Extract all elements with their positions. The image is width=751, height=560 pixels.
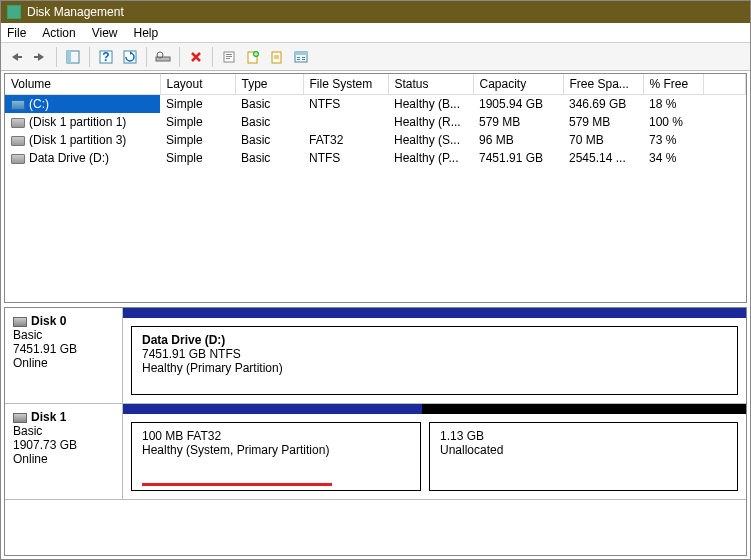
- partition-info: 1.13 GB: [440, 429, 727, 443]
- menu-help[interactable]: Help: [134, 26, 159, 40]
- disk-icon: [13, 317, 27, 327]
- disk-name: Disk 0: [31, 314, 66, 328]
- cell-type: Basic: [235, 95, 303, 114]
- cell-pct: 34 %: [643, 149, 703, 167]
- menu-file[interactable]: File: [7, 26, 26, 40]
- disk-size: 7451.91 GB: [13, 342, 114, 356]
- table-row[interactable]: (Disk 1 partition 1)SimpleBasicHealthy (…: [5, 113, 746, 131]
- svg-rect-12: [226, 58, 230, 59]
- column-headers[interactable]: Volume Layout Type File System Status Ca…: [5, 74, 746, 95]
- partition-box[interactable]: 1.13 GBUnallocated: [429, 422, 738, 491]
- cell-type: Basic: [235, 113, 303, 131]
- volume-list[interactable]: Volume Layout Type File System Status Ca…: [4, 73, 747, 303]
- volume-name: (C:): [29, 97, 49, 111]
- disk-row: Disk 1Basic1907.73 GBOnline100 MB FAT32H…: [5, 404, 746, 500]
- main-content: Volume Layout Type File System Status Ca…: [1, 71, 750, 559]
- window-title: Disk Management: [27, 5, 124, 19]
- table-row[interactable]: (C:)SimpleBasicNTFSHealthy (B...1905.94 …: [5, 95, 746, 114]
- cell-fs: NTFS: [303, 149, 388, 167]
- separator: [56, 47, 57, 67]
- toolbar: ?: [1, 43, 750, 71]
- svg-rect-0: [18, 56, 22, 58]
- menu-action[interactable]: Action: [42, 26, 75, 40]
- cell-capacity: 579 MB: [473, 113, 563, 131]
- col-free[interactable]: Free Spa...: [563, 74, 643, 95]
- cell-pct: 73 %: [643, 131, 703, 149]
- cell-free: 2545.14 ...: [563, 149, 643, 167]
- disk-size: 1907.73 GB: [13, 438, 114, 452]
- properties-button[interactable]: [218, 46, 240, 68]
- volume-icon: [11, 118, 25, 128]
- col-volume[interactable]: Volume: [5, 74, 160, 95]
- cell-status: Healthy (P...: [388, 149, 473, 167]
- forward-button[interactable]: [29, 46, 51, 68]
- volume-icon: [11, 136, 25, 146]
- delete-button[interactable]: [185, 46, 207, 68]
- separator: [89, 47, 90, 67]
- col-status[interactable]: Status: [388, 74, 473, 95]
- svg-rect-11: [226, 56, 232, 57]
- menu-view[interactable]: View: [92, 26, 118, 40]
- table-row[interactable]: (Disk 1 partition 3)SimpleBasicFAT32Heal…: [5, 131, 746, 149]
- rescan-button[interactable]: [152, 46, 174, 68]
- partition-box[interactable]: 100 MB FAT32Healthy (System, Primary Par…: [131, 422, 421, 491]
- disk-type: Basic: [13, 424, 114, 438]
- cell-type: Basic: [235, 131, 303, 149]
- svg-rect-18: [297, 57, 300, 58]
- volume-icon: [11, 100, 25, 110]
- menubar: File Action View Help: [1, 23, 750, 43]
- col-spacer: [703, 74, 746, 95]
- separator: [179, 47, 180, 67]
- table-row[interactable]: Data Drive (D:)SimpleBasicNTFSHealthy (P…: [5, 149, 746, 167]
- col-filesystem[interactable]: File System: [303, 74, 388, 95]
- disk-bar: [123, 404, 746, 414]
- svg-rect-10: [226, 54, 232, 55]
- disk-state: Online: [13, 356, 114, 370]
- svg-text:?: ?: [102, 50, 109, 64]
- cell-pct: 18 %: [643, 95, 703, 114]
- col-pctfree[interactable]: % Free: [643, 74, 703, 95]
- back-button[interactable]: [5, 46, 27, 68]
- disk-row: Disk 0Basic7451.91 GBOnlineData Drive (D…: [5, 308, 746, 404]
- partition-name: Data Drive (D:): [142, 333, 727, 347]
- view-button[interactable]: [290, 46, 312, 68]
- disk-graphical-view[interactable]: Disk 0Basic7451.91 GBOnlineData Drive (D…: [4, 307, 747, 556]
- settings-button[interactable]: [266, 46, 288, 68]
- cell-fs: FAT32: [303, 131, 388, 149]
- cell-capacity: 1905.94 GB: [473, 95, 563, 114]
- show-hide-tree-button[interactable]: [62, 46, 84, 68]
- cell-fs: [303, 113, 388, 131]
- cell-layout: Simple: [160, 95, 235, 114]
- cell-status: Healthy (R...: [388, 113, 473, 131]
- col-capacity[interactable]: Capacity: [473, 74, 563, 95]
- partition-status: Healthy (Primary Partition): [142, 361, 727, 375]
- partition-info: 7451.91 GB NTFS: [142, 347, 727, 361]
- svg-rect-1: [34, 56, 38, 58]
- volume-name: (Disk 1 partition 3): [29, 133, 126, 147]
- cell-fs: NTFS: [303, 95, 388, 114]
- cell-capacity: 96 MB: [473, 131, 563, 149]
- cell-free: 346.69 GB: [563, 95, 643, 114]
- disk-header[interactable]: Disk 1Basic1907.73 GBOnline: [5, 404, 123, 499]
- cell-free: 70 MB: [563, 131, 643, 149]
- col-type[interactable]: Type: [235, 74, 303, 95]
- disk-name: Disk 1: [31, 410, 66, 424]
- partition-box[interactable]: Data Drive (D:)7451.91 GB NTFSHealthy (P…: [131, 326, 738, 395]
- highlight-underline: [142, 483, 332, 486]
- svg-rect-19: [297, 59, 300, 60]
- col-layout[interactable]: Layout: [160, 74, 235, 95]
- partition-status: Unallocated: [440, 443, 727, 457]
- cell-type: Basic: [235, 149, 303, 167]
- cell-layout: Simple: [160, 113, 235, 131]
- disk-header[interactable]: Disk 0Basic7451.91 GBOnline: [5, 308, 123, 403]
- cell-pct: 100 %: [643, 113, 703, 131]
- cell-capacity: 7451.91 GB: [473, 149, 563, 167]
- cell-layout: Simple: [160, 131, 235, 149]
- svg-rect-3: [67, 51, 71, 63]
- refresh-button[interactable]: [119, 46, 141, 68]
- volume-table: Volume Layout Type File System Status Ca…: [5, 74, 746, 167]
- help-button[interactable]: ?: [95, 46, 117, 68]
- cell-free: 579 MB: [563, 113, 643, 131]
- partition-status: Healthy (System, Primary Partition): [142, 443, 410, 457]
- new-button[interactable]: [242, 46, 264, 68]
